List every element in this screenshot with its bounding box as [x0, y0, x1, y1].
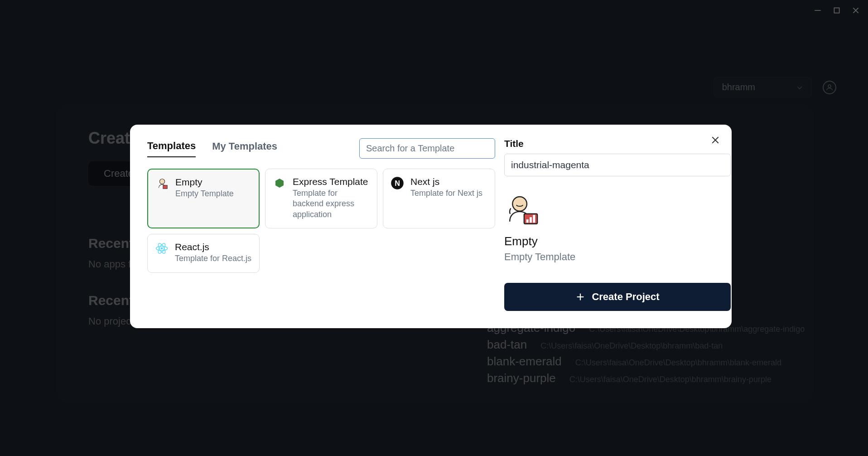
express-icon [273, 176, 286, 190]
project-title-input[interactable] [504, 154, 731, 176]
templates-grid: Empty Empty Template Express Template Te… [147, 169, 495, 273]
nextjs-icon: N [391, 176, 404, 190]
template-title: Express Template [293, 176, 370, 187]
template-preview: Empty Empty Template [504, 192, 731, 263]
template-card-empty[interactable]: Empty Empty Template [147, 169, 260, 228]
modal-close-button[interactable] [709, 134, 722, 146]
template-title: Next js [410, 176, 482, 187]
preview-subtitle: Empty Template [504, 251, 731, 263]
project-details-panel: Title Empty Empty Template Create Projec… [504, 138, 731, 311]
template-subtitle: Template for Next js [410, 188, 482, 199]
template-subtitle: Empty Template [175, 189, 234, 199]
svg-rect-20 [533, 215, 535, 223]
create-project-label: Create Project [592, 291, 659, 303]
template-title: React.js [175, 242, 251, 252]
create-project-modal: Templates My Templates Empty Empty Templ… [130, 125, 732, 328]
templates-panel: Templates My Templates Empty Empty Templ… [147, 138, 495, 311]
template-subtitle: Template for React.js [175, 253, 251, 264]
svg-marker-9 [275, 179, 284, 188]
tab-my-templates[interactable]: My Templates [212, 141, 277, 157]
tabs-row: Templates My Templates [147, 138, 495, 159]
empty-template-icon [155, 177, 169, 190]
tab-templates[interactable]: Templates [147, 140, 196, 157]
title-label: Title [504, 138, 731, 149]
empty-template-icon [504, 192, 540, 227]
svg-rect-8 [163, 185, 167, 189]
template-card-nextjs[interactable]: N Next js Template for Next js [383, 169, 495, 228]
svg-point-16 [512, 197, 527, 211]
svg-point-12 [161, 247, 163, 250]
template-card-express[interactable]: Express Template Template for backend ex… [265, 169, 377, 228]
react-icon [155, 242, 169, 255]
svg-rect-18 [526, 219, 529, 223]
svg-rect-19 [530, 217, 532, 223]
svg-point-7 [159, 179, 164, 184]
preview-name: Empty [504, 234, 731, 248]
template-subtitle: Template for backend express application [293, 188, 370, 220]
create-project-button[interactable]: Create Project [504, 283, 731, 311]
template-title: Empty [175, 177, 234, 188]
plus-icon [575, 292, 585, 302]
svg-text:N: N [395, 179, 400, 187]
close-icon [711, 136, 719, 144]
template-card-react[interactable]: React.js Template for React.js [147, 234, 260, 272]
template-search-input[interactable] [359, 138, 495, 159]
